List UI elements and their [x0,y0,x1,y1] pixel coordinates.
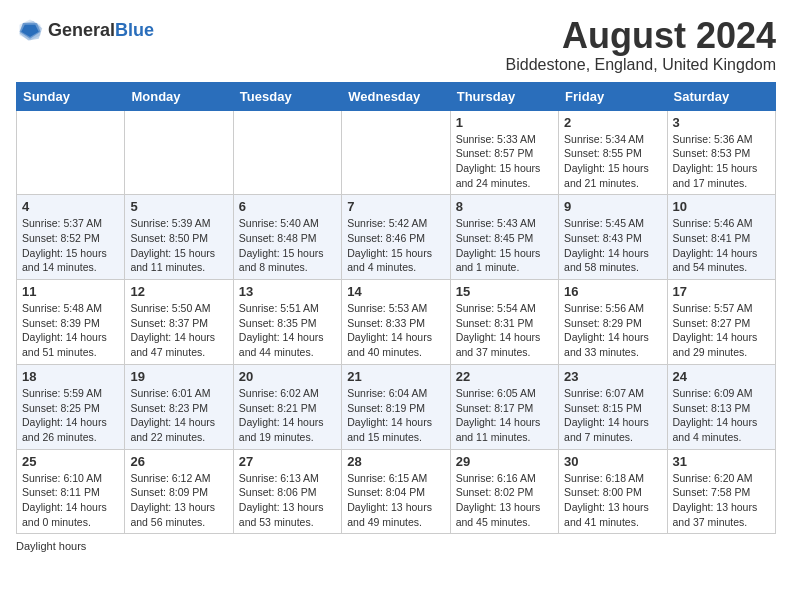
day-info: Sunrise: 5:45 AM Sunset: 8:43 PM Dayligh… [564,216,661,275]
logo-inner: GeneralBlue [16,16,154,44]
weekday-header-friday: Friday [559,82,667,110]
weekday-header-saturday: Saturday [667,82,775,110]
day-cell: 16Sunrise: 5:56 AM Sunset: 8:29 PM Dayli… [559,280,667,365]
day-number: 6 [239,199,336,214]
day-cell: 24Sunrise: 6:09 AM Sunset: 8:13 PM Dayli… [667,364,775,449]
day-info: Sunrise: 5:36 AM Sunset: 8:53 PM Dayligh… [673,132,770,191]
day-cell: 15Sunrise: 5:54 AM Sunset: 8:31 PM Dayli… [450,280,558,365]
day-info: Sunrise: 5:37 AM Sunset: 8:52 PM Dayligh… [22,216,119,275]
logo-blue: Blue [115,20,154,40]
weekday-header-monday: Monday [125,82,233,110]
day-info: Sunrise: 5:40 AM Sunset: 8:48 PM Dayligh… [239,216,336,275]
weekday-header-thursday: Thursday [450,82,558,110]
day-cell: 7Sunrise: 5:42 AM Sunset: 8:46 PM Daylig… [342,195,450,280]
day-cell: 2Sunrise: 5:34 AM Sunset: 8:55 PM Daylig… [559,110,667,195]
day-cell: 18Sunrise: 5:59 AM Sunset: 8:25 PM Dayli… [17,364,125,449]
day-number: 22 [456,369,553,384]
logo: GeneralBlue [16,16,154,44]
footer-note: Daylight hours [16,540,776,552]
day-number: 10 [673,199,770,214]
day-info: Sunrise: 6:12 AM Sunset: 8:09 PM Dayligh… [130,471,227,530]
day-info: Sunrise: 6:07 AM Sunset: 8:15 PM Dayligh… [564,386,661,445]
day-info: Sunrise: 6:04 AM Sunset: 8:19 PM Dayligh… [347,386,444,445]
day-cell: 27Sunrise: 6:13 AM Sunset: 8:06 PM Dayli… [233,449,341,534]
day-cell: 25Sunrise: 6:10 AM Sunset: 8:11 PM Dayli… [17,449,125,534]
day-number: 27 [239,454,336,469]
day-info: Sunrise: 6:10 AM Sunset: 8:11 PM Dayligh… [22,471,119,530]
day-number: 5 [130,199,227,214]
day-number: 3 [673,115,770,130]
day-cell [233,110,341,195]
day-info: Sunrise: 5:39 AM Sunset: 8:50 PM Dayligh… [130,216,227,275]
header: GeneralBlue August 2024 Biddestone, Engl… [16,16,776,74]
logo-text: GeneralBlue [48,21,154,40]
day-info: Sunrise: 6:01 AM Sunset: 8:23 PM Dayligh… [130,386,227,445]
day-cell: 4Sunrise: 5:37 AM Sunset: 8:52 PM Daylig… [17,195,125,280]
day-cell: 28Sunrise: 6:15 AM Sunset: 8:04 PM Dayli… [342,449,450,534]
day-cell: 20Sunrise: 6:02 AM Sunset: 8:21 PM Dayli… [233,364,341,449]
day-info: Sunrise: 5:50 AM Sunset: 8:37 PM Dayligh… [130,301,227,360]
day-cell: 22Sunrise: 6:05 AM Sunset: 8:17 PM Dayli… [450,364,558,449]
day-info: Sunrise: 5:59 AM Sunset: 8:25 PM Dayligh… [22,386,119,445]
day-info: Sunrise: 6:02 AM Sunset: 8:21 PM Dayligh… [239,386,336,445]
week-row-1: 1Sunrise: 5:33 AM Sunset: 8:57 PM Daylig… [17,110,776,195]
day-info: Sunrise: 6:18 AM Sunset: 8:00 PM Dayligh… [564,471,661,530]
day-cell: 5Sunrise: 5:39 AM Sunset: 8:50 PM Daylig… [125,195,233,280]
week-row-4: 18Sunrise: 5:59 AM Sunset: 8:25 PM Dayli… [17,364,776,449]
day-info: Sunrise: 5:46 AM Sunset: 8:41 PM Dayligh… [673,216,770,275]
day-number: 29 [456,454,553,469]
day-cell: 3Sunrise: 5:36 AM Sunset: 8:53 PM Daylig… [667,110,775,195]
day-cell: 26Sunrise: 6:12 AM Sunset: 8:09 PM Dayli… [125,449,233,534]
weekday-header-sunday: Sunday [17,82,125,110]
day-number: 19 [130,369,227,384]
day-cell: 11Sunrise: 5:48 AM Sunset: 8:39 PM Dayli… [17,280,125,365]
day-info: Sunrise: 5:48 AM Sunset: 8:39 PM Dayligh… [22,301,119,360]
day-cell: 9Sunrise: 5:45 AM Sunset: 8:43 PM Daylig… [559,195,667,280]
day-info: Sunrise: 6:16 AM Sunset: 8:02 PM Dayligh… [456,471,553,530]
day-number: 1 [456,115,553,130]
day-cell [342,110,450,195]
day-cell [125,110,233,195]
day-info: Sunrise: 5:42 AM Sunset: 8:46 PM Dayligh… [347,216,444,275]
week-row-2: 4Sunrise: 5:37 AM Sunset: 8:52 PM Daylig… [17,195,776,280]
day-cell: 12Sunrise: 5:50 AM Sunset: 8:37 PM Dayli… [125,280,233,365]
day-cell: 14Sunrise: 5:53 AM Sunset: 8:33 PM Dayli… [342,280,450,365]
day-number: 15 [456,284,553,299]
day-number: 21 [347,369,444,384]
day-number: 11 [22,284,119,299]
day-cell: 29Sunrise: 6:16 AM Sunset: 8:02 PM Dayli… [450,449,558,534]
day-info: Sunrise: 6:09 AM Sunset: 8:13 PM Dayligh… [673,386,770,445]
day-cell: 23Sunrise: 6:07 AM Sunset: 8:15 PM Dayli… [559,364,667,449]
day-number: 7 [347,199,444,214]
day-cell: 21Sunrise: 6:04 AM Sunset: 8:19 PM Dayli… [342,364,450,449]
calendar-table: SundayMondayTuesdayWednesdayThursdayFrid… [16,82,776,535]
weekday-header-tuesday: Tuesday [233,82,341,110]
day-number: 30 [564,454,661,469]
day-number: 8 [456,199,553,214]
page-container: GeneralBlue August 2024 Biddestone, Engl… [16,16,776,552]
day-number: 12 [130,284,227,299]
weekday-header-row: SundayMondayTuesdayWednesdayThursdayFrid… [17,82,776,110]
day-info: Sunrise: 5:51 AM Sunset: 8:35 PM Dayligh… [239,301,336,360]
day-number: 17 [673,284,770,299]
day-cell: 6Sunrise: 5:40 AM Sunset: 8:48 PM Daylig… [233,195,341,280]
week-row-3: 11Sunrise: 5:48 AM Sunset: 8:39 PM Dayli… [17,280,776,365]
weekday-header-wednesday: Wednesday [342,82,450,110]
day-info: Sunrise: 6:20 AM Sunset: 7:58 PM Dayligh… [673,471,770,530]
day-number: 14 [347,284,444,299]
day-cell [17,110,125,195]
title-section: August 2024 Biddestone, England, United … [506,16,776,74]
day-number: 23 [564,369,661,384]
day-number: 24 [673,369,770,384]
day-cell: 13Sunrise: 5:51 AM Sunset: 8:35 PM Dayli… [233,280,341,365]
day-info: Sunrise: 5:54 AM Sunset: 8:31 PM Dayligh… [456,301,553,360]
day-number: 16 [564,284,661,299]
day-number: 25 [22,454,119,469]
logo-general: General [48,20,115,40]
day-info: Sunrise: 6:15 AM Sunset: 8:04 PM Dayligh… [347,471,444,530]
day-number: 28 [347,454,444,469]
day-info: Sunrise: 5:57 AM Sunset: 8:27 PM Dayligh… [673,301,770,360]
day-info: Sunrise: 6:05 AM Sunset: 8:17 PM Dayligh… [456,386,553,445]
day-cell: 1Sunrise: 5:33 AM Sunset: 8:57 PM Daylig… [450,110,558,195]
day-cell: 10Sunrise: 5:46 AM Sunset: 8:41 PM Dayli… [667,195,775,280]
